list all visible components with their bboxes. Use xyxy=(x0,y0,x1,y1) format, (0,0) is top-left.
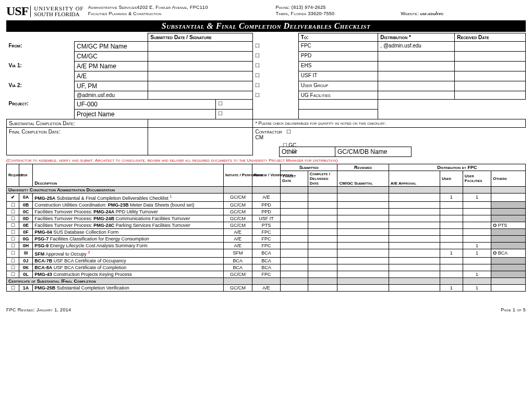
to-usergroup: User Group xyxy=(298,81,378,91)
project-name: Project Name xyxy=(74,110,215,119)
header-info: Administrative Services4202 E. Fowler Av… xyxy=(88,4,526,17)
item-desc: PSG-7 Facilities Classification for Ener… xyxy=(33,235,224,242)
routing-table: Submitted Date / Signature To: Distribut… xyxy=(6,33,526,155)
col-submitted: Submitted Date / Signature xyxy=(148,33,253,42)
page-number: Page 1 of 5 xyxy=(501,307,526,312)
col-recv: Received Date xyxy=(455,33,526,42)
col-user: User xyxy=(440,171,463,186)
item-desc: SFM Approval to Occupy 2 xyxy=(33,249,224,257)
item-desc: PSG-9 Energy Lifecycle Cost Analysis Sum… xyxy=(33,242,224,249)
project-number: UF-000 xyxy=(74,100,215,110)
final-comp-date-label: Final Completion Date: xyxy=(7,128,148,155)
checkbox[interactable]: ✔ xyxy=(7,193,19,201)
logo: USF UNIVERSITY OF SOUTH FLORIDA xyxy=(6,4,84,18)
to-usfit: USF IT xyxy=(298,71,378,81)
deliverables-table: Required Item Description Initiate / Per… xyxy=(6,164,526,292)
checkbox[interactable]: ☐ xyxy=(253,52,271,62)
item-desc: PMG-25B Substantial Completion Verificat… xyxy=(33,284,224,291)
checkbox[interactable]: ☐ xyxy=(7,242,19,249)
col-distfpc: Distribution by FPC xyxy=(389,164,525,171)
checkbox[interactable]: ☐ xyxy=(253,91,271,100)
col-desc: Description xyxy=(33,164,224,186)
red-instruction: (Contractor to assemble, verify and subm… xyxy=(6,157,526,164)
checkbox[interactable]: ☐ xyxy=(7,284,19,291)
label-via1: Via 1: xyxy=(7,62,75,71)
via2-uf: UF, PM xyxy=(74,81,148,91)
label-from: From: xyxy=(7,42,75,52)
to-ppd: PPD xyxy=(298,52,378,62)
table-row: ☐ 0F PMG-04 SUS Database Collection Form… xyxy=(7,228,526,235)
logo-mark: USF xyxy=(6,4,28,18)
checkbox[interactable]: ☐ xyxy=(7,271,19,277)
item-desc: PMG-25A Substantial & Final Completion D… xyxy=(33,193,224,201)
to-fpc: FPC xyxy=(298,42,378,52)
address-line2: Facilities Planning & Construction xyxy=(88,10,276,17)
checkbox[interactable]: ☐ xyxy=(7,208,19,215)
checkbox[interactable]: ☐ xyxy=(253,62,271,71)
item-desc: PMG-04 SUS Database Collection Form xyxy=(33,228,224,235)
via2-email: @admin.usf.edu xyxy=(74,91,148,100)
checkbox[interactable]: ☐ xyxy=(7,201,19,208)
page-header: USF UNIVERSITY OF SOUTH FLORIDA Administ… xyxy=(6,4,526,18)
table-row: ✔ 0A PMG-25A Substantial & Final Complet… xyxy=(7,193,526,201)
col-userfac: User Facilities xyxy=(463,171,491,186)
checkbox[interactable]: ☐ xyxy=(7,222,19,228)
col-others: Others xyxy=(491,171,526,186)
dist-email: , @admin.usf.edu xyxy=(378,42,455,52)
page-footer: FPC Revised: January 1, 2014 Page 1 of 5 xyxy=(6,307,526,312)
item-desc: Construction Utilities Coordination: PMG… xyxy=(33,201,224,208)
col-reviewed: Reviewed xyxy=(337,164,389,171)
col-rev: Review / Verification xyxy=(252,164,281,186)
col-cmgc: CM/GC Submittal xyxy=(337,171,389,186)
col-dist: Distribution * xyxy=(378,33,455,42)
col-required: Required xyxy=(7,164,19,186)
checkbox[interactable]: ☐ xyxy=(7,215,19,222)
city: Tampa, Florida 33620-7550 xyxy=(275,10,401,17)
item-desc: Facilities Turnover Process: PMG-24C Par… xyxy=(33,222,224,228)
checkbox[interactable]: ☐ xyxy=(253,42,271,52)
table-row: ☐ 0L PMG-43 Construction Projects Keying… xyxy=(7,271,526,277)
checkbox[interactable]: ☐ xyxy=(7,228,19,235)
item-desc: BCA-7B USF BCA Certificate of Occupancy xyxy=(33,257,224,264)
table-row: ☐ 1A PMG-25B Substantial Completion Veri… xyxy=(7,284,526,291)
label-via2: Via 2: xyxy=(7,81,75,91)
item-desc: Facilities Turnover Process: PMG-24B Com… xyxy=(33,215,224,222)
checklist-note: * Please check deliverables for quantity… xyxy=(253,119,526,128)
via1-ae: A/E xyxy=(74,71,148,81)
table-row: ☐ 0B Construction Utilities Coordination… xyxy=(7,201,526,208)
checkbox[interactable]: ☐ xyxy=(7,264,19,271)
label-project: Project: xyxy=(7,100,75,110)
col-init: Initiate / Performed xyxy=(224,164,252,186)
checkbox[interactable]: ☐ xyxy=(7,235,19,242)
table-row: ☐ 0J BCA-7B USF BCA Certificate of Occup… xyxy=(7,257,526,264)
via1-pm: A/E PM Name xyxy=(74,62,148,71)
item-desc: Facilities Turnover Process: PMG-24A PPD… xyxy=(33,208,224,215)
table-row: ☐ 0E Facilities Turnover Process: PMG-24… xyxy=(7,222,526,228)
table-row: ☐ 0H PSG-9 Energy Lifecycle Cost Analysi… xyxy=(7,242,526,249)
gccm-name: GC/CM/DB Name xyxy=(335,147,412,156)
item-desc: BCA-8A USF BCA Certificate of Completion xyxy=(33,264,224,271)
table-row: ☐ 0C Facilities Turnover Process: PMG-24… xyxy=(7,208,526,215)
table-row: ☐ 0G PSG-7 Facilities Classification for… xyxy=(7,235,526,242)
table-row: ☐ 0D Facilities Turnover Process: PMG-24… xyxy=(7,215,526,222)
checkbox[interactable]: ☐ xyxy=(216,110,253,119)
from-cmgc: CM/GC xyxy=(74,52,148,62)
checkbox[interactable]: ☐ xyxy=(253,71,271,81)
phone: Phone: (813) 974-2625 xyxy=(275,4,401,10)
col-to: To: xyxy=(298,33,378,42)
col-item: Item xyxy=(19,164,33,186)
to-ehs: EHS xyxy=(298,62,378,71)
website: Website: usf.edu/fpc xyxy=(401,10,526,17)
checkbox[interactable]: ☐ xyxy=(253,81,271,91)
checkbox[interactable]: ☐ xyxy=(7,249,19,257)
from-pm-name: CM/GC PM Name xyxy=(74,42,148,52)
table-row: ☐ 0K BCA-8A USF BCA Certificate of Compl… xyxy=(7,264,526,271)
col-submitted: Submitted xyxy=(281,164,337,171)
other-label: Other xyxy=(280,147,335,156)
checkbox[interactable]: ☐ xyxy=(7,257,19,264)
col-ae: A/E Approval xyxy=(389,171,440,186)
item-desc: PMG-43 Construction Projects Keying Proc… xyxy=(33,271,224,277)
checkbox[interactable]: ☐ xyxy=(216,100,253,110)
col-complete: Complete / Delivered Date xyxy=(308,171,337,186)
revision-date: FPC Revised: January 1, 2014 xyxy=(6,307,71,312)
